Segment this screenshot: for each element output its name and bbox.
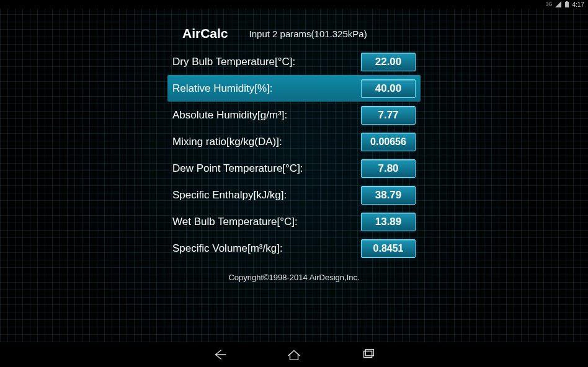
row-dew-point-temperature[interactable]: Dew Point Temperature[°C]:7.80 <box>167 155 421 182</box>
nav-bar <box>0 342 588 367</box>
value-button-specific-enthalpy[interactable]: 38.79 <box>361 186 416 205</box>
svg-marker-0 <box>555 1 561 7</box>
label-specific-volume: Specific Volume[m³/kg]: <box>172 242 361 255</box>
svg-rect-2 <box>566 1 568 2</box>
value-button-absolute-humidity[interactable]: 7.77 <box>361 106 416 125</box>
parameter-list: Dry Bulb Temperature[°C]:22.00Relative H… <box>167 48 421 262</box>
value-button-wet-bulb-temperature[interactable]: 13.89 <box>361 213 416 231</box>
label-dry-bulb-temperature: Dry Bulb Temperature[°C]: <box>172 56 361 68</box>
header: AirCalc Input 2 params(101.325kPa) <box>167 26 421 41</box>
label-relative-humidity: Relative Humidity[%]: <box>172 82 361 95</box>
battery-icon <box>564 1 570 7</box>
label-dew-point-temperature: Dew Point Temperature[°C]: <box>172 162 361 175</box>
footer-text: Copyright©1998-2014 AirDesign,Inc. <box>167 273 421 282</box>
clock: 4:17 <box>572 1 584 8</box>
row-wet-bulb-temperature[interactable]: Wet Bulb Temperature[°C]:13.89 <box>167 208 421 235</box>
home-button[interactable] <box>285 345 303 364</box>
row-relative-humidity[interactable]: Relative Humidity[%]:40.00 <box>167 75 421 102</box>
label-absolute-humidity: Absolute Humidity[g/m³]: <box>172 109 361 122</box>
row-absolute-humidity[interactable]: Absolute Humidity[g/m³]:7.77 <box>167 102 421 128</box>
row-mixing-ratio[interactable]: Mixing ratio[kg/kg(DA)]:0.00656 <box>167 128 421 155</box>
svg-rect-4 <box>365 350 373 356</box>
app-title: AirCalc <box>182 26 228 41</box>
row-dry-bulb-temperature[interactable]: Dry Bulb Temperature[°C]:22.00 <box>167 48 421 75</box>
value-button-dry-bulb-temperature[interactable]: 22.00 <box>361 53 416 71</box>
value-button-mixing-ratio[interactable]: 0.00656 <box>361 133 416 151</box>
network-3g-icon: 3G <box>546 1 553 7</box>
app-subtitle: Input 2 params(101.325kPa) <box>249 29 367 39</box>
recent-button[interactable] <box>359 345 378 364</box>
value-button-dew-point-temperature[interactable]: 7.80 <box>361 159 416 178</box>
back-button[interactable] <box>210 345 229 364</box>
value-button-specific-volume[interactable]: 0.8451 <box>361 239 416 258</box>
value-button-relative-humidity[interactable]: 40.00 <box>361 79 416 98</box>
label-specific-enthalpy: Specific Enthalpy[kJ/kg]: <box>172 189 361 201</box>
row-specific-volume[interactable]: Specific Volume[m³/kg]:0.8451 <box>167 235 421 262</box>
label-mixing-ratio: Mixing ratio[kg/kg(DA)]: <box>172 136 361 148</box>
label-wet-bulb-temperature: Wet Bulb Temperature[°C]: <box>172 216 361 228</box>
svg-rect-1 <box>565 2 569 7</box>
app-content: AirCalc Input 2 params(101.325kPa) Dry B… <box>167 0 421 282</box>
row-specific-enthalpy[interactable]: Specific Enthalpy[kJ/kg]:38.79 <box>167 182 421 208</box>
signal-icon <box>555 1 561 7</box>
svg-rect-3 <box>364 351 372 357</box>
